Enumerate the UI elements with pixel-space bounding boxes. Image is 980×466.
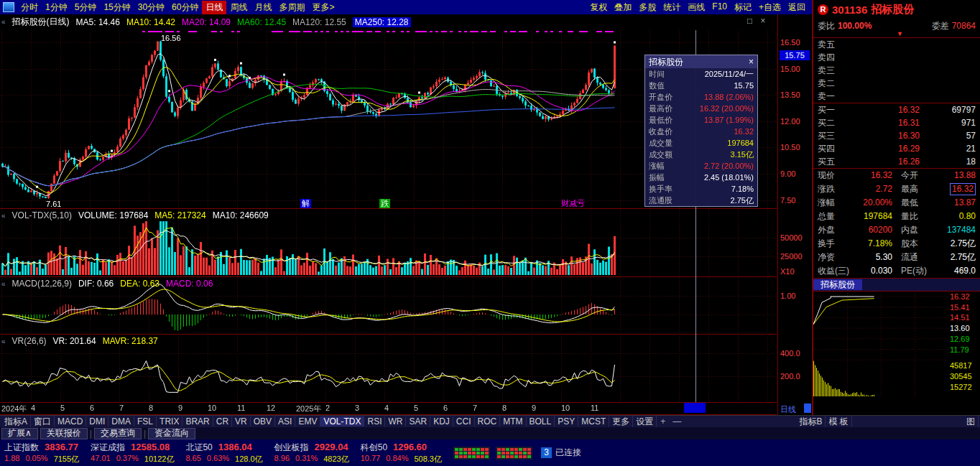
indicator-tab-WR[interactable]: WR xyxy=(385,416,406,427)
indicator-tab-MACD[interactable]: MACD xyxy=(55,416,86,427)
bid-qty: 69797 xyxy=(920,103,976,116)
heat-cell xyxy=(501,452,505,455)
menu-item-1分钟[interactable]: 1分钟 xyxy=(42,1,71,14)
menu-item-画线[interactable]: 画线 xyxy=(684,1,708,14)
menu-item-分时[interactable]: 分时 xyxy=(17,1,42,14)
ask-row[interactable]: 卖二 xyxy=(813,77,980,90)
ask-row[interactable]: 卖三 xyxy=(813,64,980,77)
scrollbar-thumb[interactable] xyxy=(804,404,811,413)
bid-price: 16.32 xyxy=(842,103,920,116)
indicator-tab-窗口[interactable]: 窗口 xyxy=(31,416,55,428)
menu-item-F10[interactable]: F10 xyxy=(708,1,731,14)
indicator-tab-更多[interactable]: 更多 xyxy=(609,416,633,428)
menu-item-5分钟[interactable]: 5分钟 xyxy=(71,1,101,14)
ext-button-资金流向[interactable]: 资金流向 xyxy=(148,428,195,439)
indicator-tab-TRIX[interactable]: TRIX xyxy=(157,416,182,427)
indicator-tab-ROC[interactable]: ROC xyxy=(475,416,501,427)
bid-row[interactable]: 买一16.3269797 xyxy=(813,103,980,116)
indicator-tab-FSL[interactable]: FSL xyxy=(134,416,157,427)
indicator-tab-VOL-TDX[interactable]: VOL-TDX xyxy=(320,416,364,427)
menu-item-+自选[interactable]: +自选 xyxy=(755,1,785,14)
index-row1: 深证成指12585.08 xyxy=(91,442,174,454)
menu-item-更多>[interactable]: 更多> xyxy=(308,1,338,14)
page-flip-divider[interactable]: ▼ xyxy=(813,33,980,38)
bid-row[interactable]: 买二16.31971 xyxy=(813,116,980,129)
bid-row[interactable]: 买四16.2921 xyxy=(813,142,980,155)
indicator-tab-OBV[interactable]: OBV xyxy=(251,416,275,427)
menu-item-统计[interactable]: 统计 xyxy=(660,1,684,14)
menu-item-复权[interactable]: 复权 xyxy=(586,1,611,14)
menu-item-标记[interactable]: 标记 xyxy=(731,1,755,14)
indicator-tab-DMI[interactable]: DMI xyxy=(86,416,108,427)
menu-item-返回[interactable]: 返回 xyxy=(785,1,809,14)
indicator-tab-EMV[interactable]: EMV xyxy=(295,416,320,427)
indicator-tab-CR[interactable]: CR xyxy=(213,416,232,427)
bid-row[interactable]: 买三16.3057 xyxy=(813,129,980,142)
cursor-date-box xyxy=(684,403,706,413)
ask-row[interactable]: 卖四 xyxy=(813,51,980,64)
time-axis-label: 11 xyxy=(591,404,598,412)
menu-item-60分钟[interactable]: 60分钟 xyxy=(168,1,202,14)
indicator-tab-指标B[interactable]: 指标B xyxy=(796,416,826,428)
indicator-tab-KDJ[interactable]: KDJ xyxy=(430,416,453,427)
connection-status[interactable]: 3已连接 xyxy=(541,447,581,459)
indicator-tab-模 板[interactable]: 模 板 xyxy=(826,416,851,428)
ask-row[interactable]: 卖一 xyxy=(813,90,980,103)
indicator-tab-CCI[interactable]: CCI xyxy=(453,416,475,427)
index-block-创业板指[interactable]: 创业板指2929.048.960.31%4823亿 xyxy=(274,442,349,465)
heat-cell xyxy=(527,455,531,458)
app-icon[interactable] xyxy=(3,2,14,12)
chart-layout-tab[interactable]: 图 xyxy=(963,416,979,428)
index-change: 47.01 xyxy=(91,454,111,465)
field-value: 16.32 xyxy=(950,183,976,195)
indicator-tab-指标A[interactable]: 指标A xyxy=(1,416,31,428)
bid-row[interactable]: 买五16.2618 xyxy=(813,155,980,168)
indicator-tab-MTM[interactable]: MTM xyxy=(500,416,526,427)
heat-cell xyxy=(481,448,484,451)
ext-button-扩展∧[interactable]: 扩展∧ xyxy=(1,428,38,439)
indicator-tab-VR[interactable]: VR xyxy=(232,416,251,427)
mini-chart-tab[interactable]: 招标股份 xyxy=(813,279,862,290)
menu-item-多周期[interactable]: 多周期 xyxy=(275,1,308,14)
popup-row-label: 换手率 xyxy=(649,183,672,195)
intraday-canvas[interactable] xyxy=(813,292,948,401)
menu-item-30分钟[interactable]: 30分钟 xyxy=(134,1,168,14)
menu-item-月线[interactable]: 月线 xyxy=(251,1,275,14)
bid-label: 买五 xyxy=(818,155,842,168)
indicator-tab-ASI[interactable]: ASI xyxy=(275,416,295,427)
menu-item-15分钟[interactable]: 15分钟 xyxy=(100,1,134,14)
ask-row[interactable]: 卖五 xyxy=(813,38,980,51)
indicator-tab-SAR[interactable]: SAR xyxy=(406,416,430,427)
ext-button-关联报价[interactable]: 关联报价 xyxy=(40,428,88,439)
remove-pane-icon[interactable]: — xyxy=(669,416,685,427)
index-block-科创50[interactable]: 科创501296.6010.770.84%508.3亿 xyxy=(361,442,442,465)
bid-label: 买二 xyxy=(818,116,842,129)
indicator-tab-RSI[interactable]: RSI xyxy=(364,416,385,427)
field-value: 2.75亿 xyxy=(951,237,976,251)
popup-row-value: 13.87 (1.99%) xyxy=(704,114,754,126)
indicator-tab-MCST[interactable]: MCST xyxy=(578,416,609,427)
index-block-北证50[interactable]: 北证501386.048.650.63%128.0亿 xyxy=(185,442,262,465)
indicator-tab-PSY[interactable]: PSY xyxy=(555,416,578,427)
popup-row-时间: 时间2025/11/24/一 xyxy=(645,68,757,80)
index-row2: 1.880.05%7155亿 xyxy=(4,454,79,465)
indicator-tab-BRAR[interactable]: BRAR xyxy=(182,416,213,427)
index-block-上证指数[interactable]: 上证指数3836.771.880.05%7155亿 xyxy=(4,442,79,465)
close-icon[interactable]: × xyxy=(749,57,754,67)
menu-item-多股[interactable]: 多股 xyxy=(635,1,660,14)
pane-window-icons[interactable]: □ × xyxy=(747,16,769,26)
menu-item-日线[interactable]: 日线 xyxy=(202,1,226,14)
ask-qty xyxy=(920,51,976,64)
indicator-tab-BOLL[interactable]: BOLL xyxy=(527,416,555,427)
time-axis-label: 9 xyxy=(178,404,182,412)
indicator-tab-DMA[interactable]: DMA xyxy=(108,416,134,427)
ext-button-交易查询[interactable]: 交易查询 xyxy=(94,428,142,439)
menu-item-周线[interactable]: 周线 xyxy=(226,1,251,14)
menu-item-叠加[interactable]: 叠加 xyxy=(611,1,635,14)
weicha-value: 70864 xyxy=(952,21,976,31)
index-block-深证成指[interactable]: 深证成指12585.0847.010.37%10122亿 xyxy=(91,442,174,465)
heat-cell xyxy=(514,452,518,455)
heat-cell xyxy=(501,448,505,451)
indicator-tab-设置[interactable]: 设置 xyxy=(633,416,657,428)
add-pane-icon[interactable]: + xyxy=(657,416,669,427)
